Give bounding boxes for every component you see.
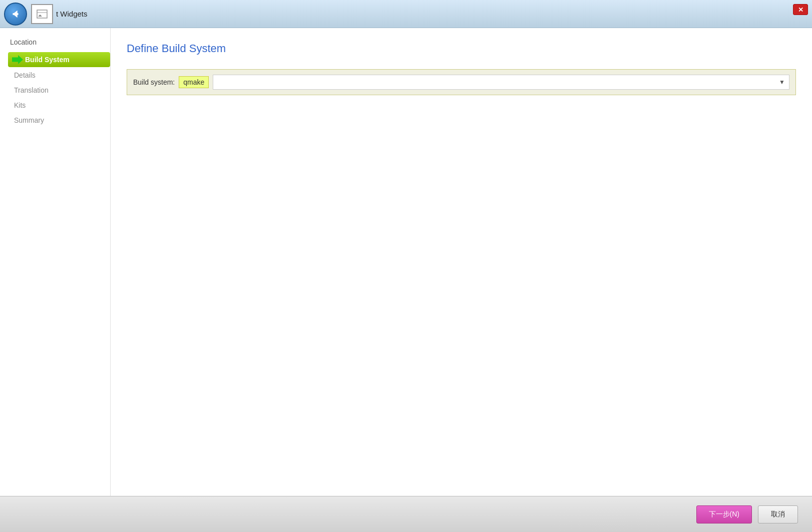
sidebar-item-translation[interactable]: Translation	[8, 83, 110, 97]
sidebar-item-label-kits: Kits	[14, 101, 26, 109]
sidebar-location-label: Location	[8, 38, 110, 46]
back-button[interactable]	[4, 3, 27, 26]
next-button[interactable]: 下一步(N)	[696, 505, 752, 523]
close-button[interactable]: ✕	[793, 4, 808, 15]
bottom-bar: 下一步(N) 取消	[0, 496, 812, 532]
cancel-button[interactable]: 取消	[758, 505, 798, 523]
build-system-dropdown[interactable]: ▼	[213, 75, 789, 90]
svg-rect-1	[13, 13, 19, 15]
sidebar-item-kits[interactable]: Kits	[8, 98, 110, 112]
dropdown-arrow-icon: ▼	[779, 79, 785, 86]
sidebar-item-build-system[interactable]: Build System	[8, 52, 110, 67]
page-title: Define Build System	[127, 42, 796, 55]
sidebar-item-label-translation: Translation	[14, 86, 49, 94]
svg-marker-4	[38, 15, 42, 17]
svg-rect-2	[37, 10, 47, 18]
build-system-value: qmake	[179, 76, 209, 88]
window-icon	[31, 4, 53, 24]
sidebar-item-label-summary: Summary	[14, 116, 44, 124]
sidebar: Location Build System Details Translatio…	[0, 28, 110, 496]
build-system-label: Build system:	[133, 78, 175, 86]
content-panel: Define Build System Build system: qmake …	[110, 28, 812, 496]
main-area: Location Build System Details Translatio…	[0, 28, 812, 496]
build-system-row: Build system: qmake ▼	[127, 69, 796, 95]
title-bar: t Widgets ✕	[0, 0, 812, 28]
sidebar-item-label-details: Details	[14, 71, 36, 79]
sidebar-item-details[interactable]: Details	[8, 68, 110, 82]
sidebar-item-label-build-system: Build System	[25, 56, 70, 64]
window-title: t Widgets	[56, 10, 88, 18]
arrow-icon	[12, 55, 23, 64]
sidebar-item-summary[interactable]: Summary	[8, 113, 110, 127]
